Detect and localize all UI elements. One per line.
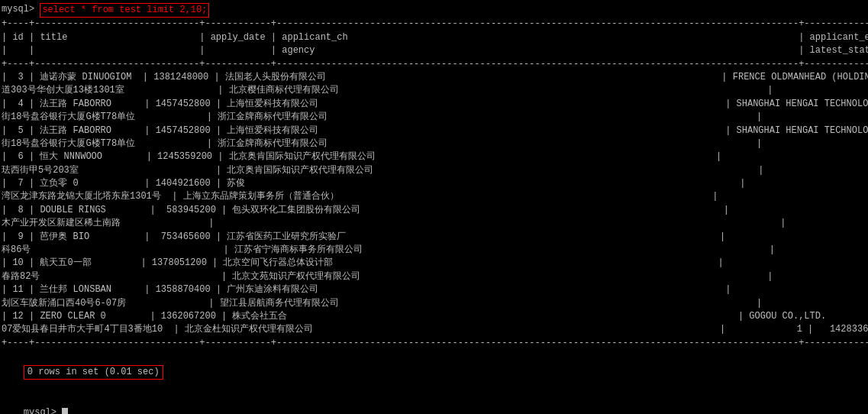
sql-command: select * from test limit 2,10; (40, 3, 209, 18)
table-row: 街18号盘谷银行大厦G楼T78单位 | 浙江金牌商标代理有限公司 | (0, 137, 868, 150)
table-row: 道303号华创大厦13楼1301室 | 北京樱佳商标代理有限公司 | (0, 84, 868, 97)
table-row: | 4 | 法王路 FABORRO | 1457452800 | 上海恒爱科技有… (0, 98, 868, 111)
table-row: | 10 | 航天五0一部 | 1378051200 | 北京空间飞行器总体设计… (0, 257, 868, 270)
divider-bot: +----+------------------------------+---… (0, 337, 868, 350)
table-row: | 8 | DOUBLE RINGS | 583945200 | 包头双环化工集… (0, 204, 868, 217)
table-row: | 9 | 芭伊奥 BIO | 753465600 | 江苏省医药工业研究所实验… (0, 231, 868, 244)
mysql-prompt-last: mysql> (24, 407, 62, 414)
table-row: 科86号 | 江苏省宁海商标事务所有限公司 | (0, 244, 868, 257)
result-text: 0 rows in set (0.01 sec) (24, 365, 163, 380)
table-row: 湾区龙津东路龙锦大厦北塔东座1301号 | 上海立东品牌策划事务所（普通合伙） … (0, 190, 868, 203)
result-line: 0 rows in set (0.01 sec) (0, 351, 868, 393)
table-row: | 3 | 迪诺亦蒙 DINUOGIOM | 1381248000 | 法国老人… (0, 71, 868, 84)
table-row: | 12 | ZERO CLEAR 0 | 1362067200 | 株式会社五… (0, 310, 868, 323)
terminal-window: mysql> select * from test limit 2,10; +-… (0, 0, 868, 414)
table-header-row2: | | | | agency | latest_status | options… (0, 44, 868, 57)
table-row: | 11 | 兰仕邦 LONSBAN | 1358870400 | 广州东迪涂料… (0, 283, 868, 296)
table-row: 划区车陂新涌口西40号6-07房 | 望江县居航商务代理有限公司 | (0, 297, 868, 310)
table-row: | 5 | 法王路 FABORRO | 1457452800 | 上海恒爱科技有… (0, 125, 868, 137)
sql-input (34, 3, 40, 16)
divider-mid: +----+------------------------------+---… (0, 58, 868, 71)
command-line: mysql> select * from test limit 2,10; (0, 3, 868, 18)
table-row: 街18号盘谷银行大厦G楼T78单位 | 浙江金牌商标代理有限公司 | (0, 111, 868, 124)
table-header-row1: | id | title | apply_date | applicant_ch… (0, 31, 868, 44)
table-row: 春路82号 | 北京文苑知识产权代理有限公司 | (0, 270, 868, 283)
last-prompt-line: mysql> (0, 393, 868, 414)
cursor (62, 408, 68, 414)
divider-top: +----+------------------------------+---… (0, 18, 868, 31)
table-row: 07爱知县春日井市大手町4丁目3番地10 | 北京金杜知识产权代理有限公司 | … (0, 323, 868, 336)
table-row: 珐西街甲5号203室 | 北京奥肯国际知识产权代理有限公司 | (0, 164, 868, 177)
table-row: 木产业开发区新建区稀土南路 | | (0, 217, 868, 230)
table-row: | 7 | 立负零 0 | 1404921600 | 苏俊 | (0, 177, 868, 190)
mysql-prompt: mysql> (2, 3, 34, 16)
table-row: | 6 | 恒大 NNNWOOO | 1245359200 | 北京奥肯国际知识… (0, 150, 868, 163)
